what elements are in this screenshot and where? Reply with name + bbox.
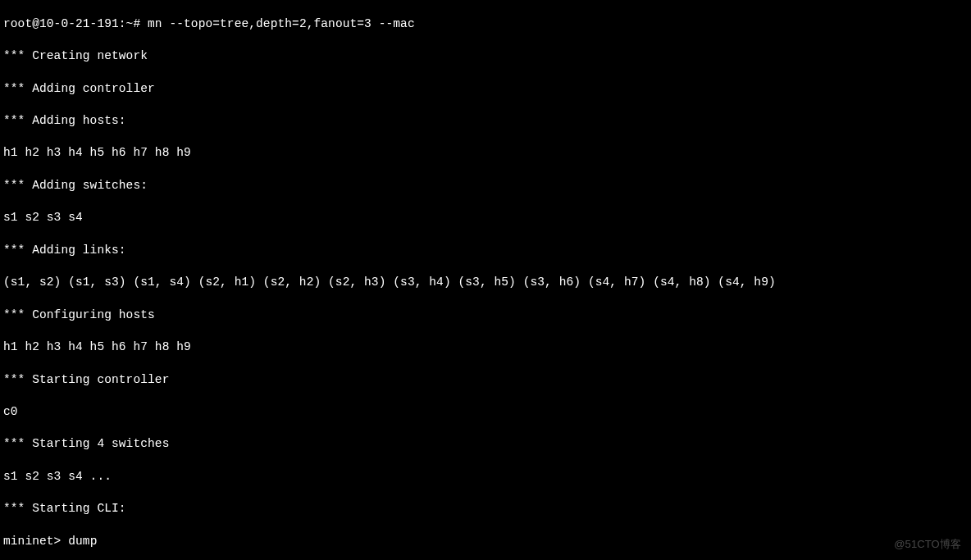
output-line: s1 s2 s3 s4 (3, 210, 968, 226)
terminal-output[interactable]: root@10-0-21-191:~# mn --topo=tree,depth… (0, 0, 971, 560)
output-line: c0 (3, 404, 968, 421)
output-line: h1 h2 h3 h4 h5 h6 h7 h8 h9 (3, 339, 968, 356)
output-line: *** Starting CLI: (3, 501, 968, 517)
shell-prompt-line: root@10-0-21-191:~# mn --topo=tree,depth… (3, 16, 968, 33)
output-line: s1 s2 s3 s4 ... (3, 469, 968, 485)
shell-command: mn --topo=tree,depth=2,fanout=3 --mac (148, 17, 415, 30)
output-line: *** Adding controller (3, 81, 968, 98)
watermark-label: @51CTO博客 (894, 537, 961, 552)
output-line: *** Starting 4 switches (3, 436, 968, 453)
mininet-prompt-line: mininet> dump (3, 534, 968, 550)
output-line: *** Adding hosts: (3, 113, 968, 130)
output-line: *** Adding links: (3, 243, 968, 259)
mininet-command: dump (68, 535, 97, 548)
output-line: *** Starting controller (3, 372, 968, 389)
shell-prompt: root@10-0-21-191:~# (3, 17, 140, 30)
output-line: *** Configuring hosts (3, 307, 968, 324)
output-line: *** Adding switches: (3, 178, 968, 194)
output-line: (s1, s2) (s1, s3) (s1, s4) (s2, h1) (s2,… (3, 275, 968, 291)
output-line: h1 h2 h3 h4 h5 h6 h7 h8 h9 (3, 145, 968, 162)
mininet-prompt: mininet> (3, 535, 61, 548)
output-line: *** Creating network (3, 48, 968, 65)
